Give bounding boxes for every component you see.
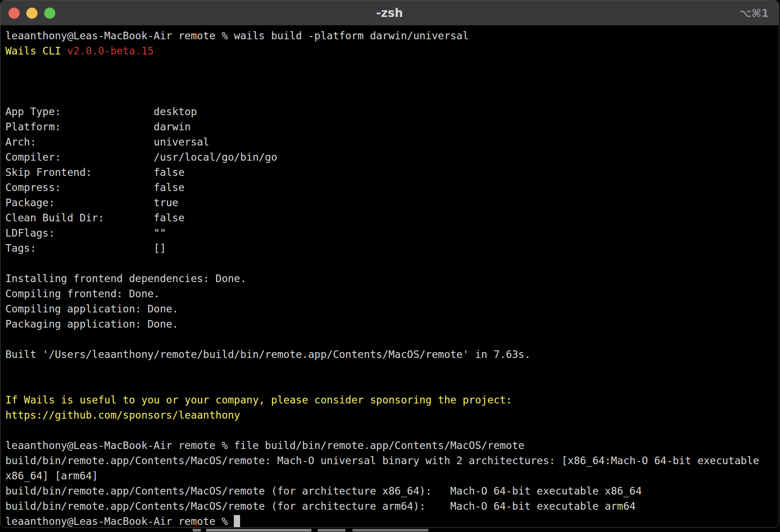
terminal-output[interactable]: leaanthony@Leas-MacBook-Air remote % wai… [0, 25, 779, 528]
terminal-line: Compiling application: Done. [5, 301, 779, 316]
tab-shortcut-badge: ⌥⌘1 [739, 0, 769, 25]
config-value: false [154, 166, 184, 178]
terminal-text: leaanthony@Leas-MacBook-Air remote % fil… [5, 440, 524, 451]
terminal-text: If Wails is useful to you or your compan… [5, 394, 512, 406]
terminal-text: Built '/Users/leaanthony/remote/build/bi… [5, 349, 531, 360]
config-value: darwin [154, 121, 191, 133]
terminal-line [5, 58, 779, 74]
config-label: Tags: [5, 241, 154, 256]
terminal-line: Installing frontend dependencies: Done. [5, 271, 779, 286]
terminal-line: build/bin/remote.app/Contents/MacOS/remo… [5, 483, 779, 499]
terminal-text: Compiling frontend: Done. [5, 288, 160, 299]
config-label: Arch: [5, 134, 154, 150]
terminal-line: App Type:desktop [5, 104, 779, 119]
terminal-line: Skip Frontend:false [5, 165, 779, 180]
terminal-line [5, 377, 779, 392]
terminal-line: x86_64] [arm64] [5, 468, 779, 483]
terminal-line: Wails CLI v2.0.0-beta.15 [5, 43, 779, 58]
config-label: Platform: [5, 119, 154, 134]
config-value: desktop [154, 106, 197, 117]
terminal-line: Clean Build Dir:false [5, 210, 779, 225]
titlebar[interactable]: -zsh ⌥⌘1 [0, 0, 779, 25]
terminal-line: Package:true [5, 195, 779, 210]
config-label: LDFlags: [5, 225, 154, 241]
terminal-line [5, 423, 779, 438]
terminal-line: build/bin/remote.app/Contents/MacOS/remo… [5, 453, 779, 468]
config-label: Compress: [5, 180, 154, 195]
config-label: App Type: [5, 104, 154, 119]
terminal-window: -zsh ⌥⌘1 leaanthony@Leas-MacBook-Air rem… [0, 0, 779, 528]
terminal-line: https://github.com/sponsors/leaanthony [5, 407, 779, 423]
terminal-line: leaanthony@Leas-MacBook-Air remote % fil… [5, 438, 779, 453]
window-title: -zsh [0, 0, 779, 25]
terminal-line: Tags:[] [5, 241, 779, 256]
config-value: /usr/local/go/bin/go [154, 151, 277, 163]
config-value: universal [154, 136, 209, 148]
config-value: [] [154, 242, 166, 254]
terminal-line: Compiling frontend: Done. [5, 286, 779, 301]
background-window-sliver [318, 529, 345, 532]
terminal-text: leaanthony@Leas-MacBook-Air remote % wai… [5, 30, 469, 42]
terminal-cursor [234, 515, 240, 527]
terminal-line: Platform:darwin [5, 119, 779, 134]
background-window-sliver [206, 529, 311, 532]
config-value: false [154, 182, 184, 193]
terminal-line [5, 362, 779, 377]
terminal-line: Built '/Users/leaanthony/remote/build/bi… [5, 347, 779, 362]
terminal-text: Installing frontend dependencies: Done. [5, 273, 246, 284]
terminal-text: Compiling application: Done. [5, 303, 178, 315]
terminal-line: Packaging application: Done. [5, 316, 779, 332]
terminal-line: LDFlags:"" [5, 225, 779, 241]
terminal-text: leaanthony@Leas-MacBook-Air remote % [5, 515, 234, 527]
terminal-line: leaanthony@Leas-MacBook-Air remote % [5, 514, 779, 528]
terminal-line: Arch:universal [5, 134, 779, 150]
terminal-text: Wails CLI [5, 45, 67, 57]
terminal-text: x86_64] [arm64] [5, 470, 98, 482]
config-label: Skip Frontend: [5, 165, 154, 180]
config-value: false [154, 212, 184, 224]
config-label: Package: [5, 195, 154, 210]
config-label: Compiler: [5, 150, 154, 165]
terminal-text: https://github.com/sponsors/leaanthony [5, 409, 240, 421]
terminal-line [5, 89, 779, 104]
terminal-text: build/bin/remote.app/Contents/MacOS/remo… [5, 500, 635, 512]
terminal-text: v2.0.0-beta.15 [67, 45, 154, 57]
terminal-line [5, 256, 779, 271]
background-window-sliver [193, 529, 201, 532]
terminal-text: build/bin/remote.app/Contents/MacOS/remo… [5, 455, 759, 466]
terminal-line: If Wails is useful to you or your compan… [5, 392, 779, 407]
terminal-text: Packaging application: Done. [5, 318, 178, 330]
terminal-line [5, 332, 779, 347]
terminal-line: Compress:false [5, 180, 779, 195]
config-label: Clean Build Dir: [5, 210, 154, 225]
config-value: "" [154, 227, 166, 239]
terminal-text: build/bin/remote.app/Contents/MacOS/remo… [5, 485, 642, 497]
terminal-line: Compiler:/usr/local/go/bin/go [5, 150, 779, 165]
terminal-line [5, 74, 779, 89]
terminal-line: build/bin/remote.app/Contents/MacOS/remo… [5, 499, 779, 514]
terminal-line: leaanthony@Leas-MacBook-Air remote % wai… [5, 28, 779, 43]
config-value: true [154, 197, 178, 208]
background-window-sliver [353, 529, 428, 532]
